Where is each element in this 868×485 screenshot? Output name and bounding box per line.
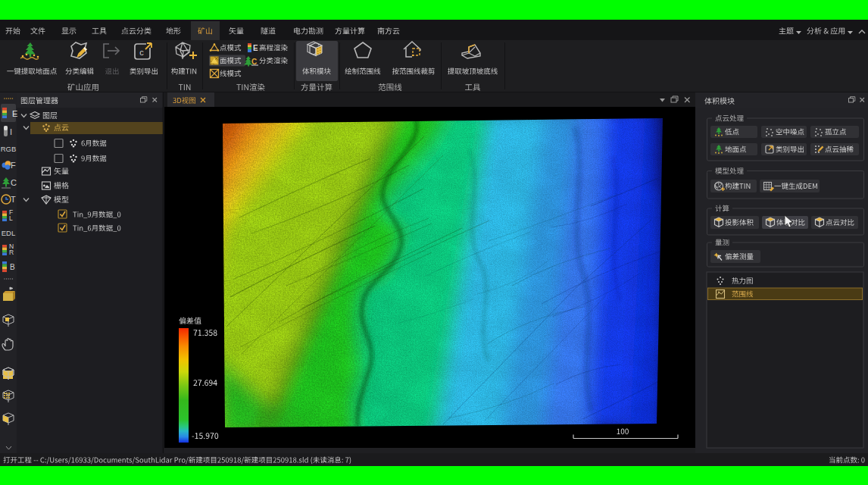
svg-text:c: c — [139, 48, 144, 57]
svg-text:C: C — [251, 58, 257, 66]
svg-text:B: B — [10, 263, 15, 271]
svg-text:F: F — [11, 161, 16, 170]
svg-text:EDL: EDL — [2, 229, 15, 237]
svg-text:RGB: RGB — [1, 145, 17, 153]
svg-text:C: C — [11, 178, 17, 187]
svg-text:I: I — [10, 127, 12, 136]
svg-text:L: L — [9, 214, 13, 222]
svg-text:E: E — [12, 109, 17, 118]
svg-text:R: R — [9, 249, 14, 256]
svg-text:E: E — [253, 44, 258, 52]
svg-text:T: T — [11, 195, 16, 204]
